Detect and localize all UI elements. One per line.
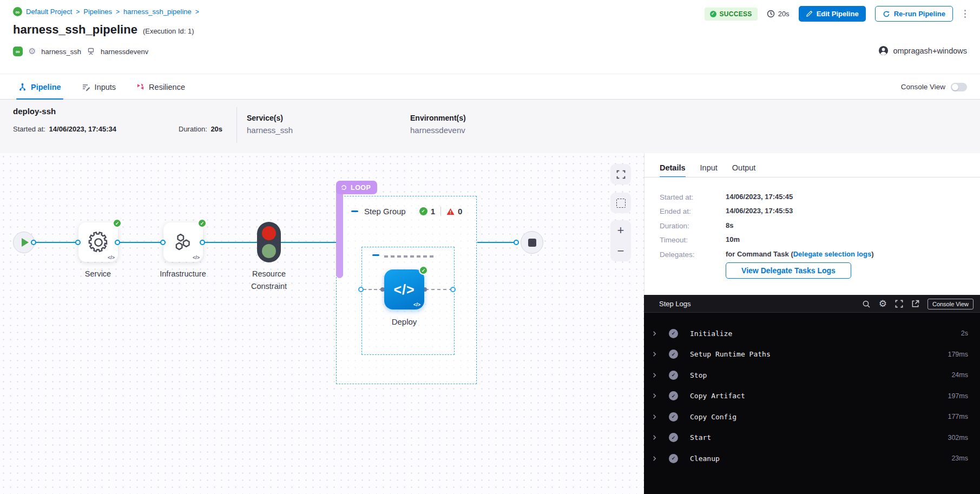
tab-details[interactable]: Details <box>660 159 686 177</box>
step-logs-rows: ✓ Initialize 2s ✓ Setup Runtime Paths 17… <box>644 323 980 469</box>
log-row-start[interactable]: ✓ Start 302ms <box>644 427 980 449</box>
header-actions: ✓ SUCCESS 20s Edit Pipeline Re-run Pipel… <box>705 6 968 22</box>
chevron-right-icon[interactable] <box>652 331 657 337</box>
failed-count: 0 <box>458 207 462 216</box>
delegate-selection-logs-link[interactable]: Delegate selection logs <box>793 250 872 258</box>
service-node[interactable]: </> ✓ <box>78 222 118 262</box>
services-value[interactable]: harness_ssh <box>247 126 293 135</box>
fit-to-screen-button[interactable] <box>610 164 631 185</box>
chevron-right-icon[interactable] <box>652 414 657 420</box>
open-in-new-tab-icon[interactable] <box>911 300 919 308</box>
success-check-icon: ✓ <box>198 219 207 228</box>
log-row-stop[interactable]: ✓ Stop 24ms <box>644 365 980 386</box>
service-tag: harness_ssh <box>41 48 81 56</box>
zoom-in-button[interactable]: + <box>610 220 631 241</box>
tab-pipeline[interactable]: Pipeline <box>18 74 61 100</box>
gear-icon: ⚙ <box>28 47 36 56</box>
tab-output[interactable]: Output <box>732 159 756 177</box>
dashed-edge-right <box>425 289 452 290</box>
deploy-step-node[interactable]: </> </> ✓ <box>384 269 424 309</box>
duration-value: 8s <box>726 221 733 229</box>
title-row: harness_ssh_pipeline (Execution Id: 1) <box>13 23 194 37</box>
breadcrumb-pipelines[interactable]: Pipelines <box>83 8 112 16</box>
loop-strategy-bar <box>336 187 343 278</box>
resource-constraint-node[interactable] <box>257 222 281 262</box>
duration-text: 20s <box>778 10 790 18</box>
tab-resilience[interactable]: Resilience <box>136 74 185 100</box>
chevron-right-icon[interactable] <box>652 456 657 462</box>
connector-dot <box>200 240 205 245</box>
edit-pipeline-button[interactable]: Edit Pipeline <box>799 6 866 22</box>
environments-value[interactable]: harnessdevenv <box>410 126 465 135</box>
clock-icon <box>767 10 775 18</box>
view-tabbar: Pipeline Inputs Resilience Console View <box>0 74 980 100</box>
code-badge: </> <box>413 302 420 307</box>
execution-graph-canvas[interactable]: </> ✓ Service </> ✓ Infrastructure Resou… <box>0 153 644 494</box>
breadcrumb: ∞ Default Project > Pipelines > harness_… <box>13 7 199 16</box>
avatar-icon <box>878 45 889 56</box>
connector-dot <box>115 240 120 245</box>
started-at-label: Started at: <box>660 193 693 201</box>
step-group-header: Step Group ✓ 1 0 <box>351 207 462 216</box>
details-tabs: Details Input Output <box>660 159 755 177</box>
execution-id-label: (Execution Id: 1) <box>143 27 194 35</box>
rerun-pipeline-label: Re-run Pipeline <box>894 10 945 18</box>
step-group-counts: ✓ 1 0 <box>419 207 463 216</box>
log-row-copy-artifact[interactable]: ✓ Copy Artifact 197ms <box>644 386 980 407</box>
connector-dot <box>31 240 36 245</box>
loop-strategy-badge[interactable]: LOOP <box>336 181 377 194</box>
view-delegate-tasks-logs-button[interactable]: View Delegate Tasks Logs <box>726 262 851 279</box>
tab-resilience-label: Resilience <box>149 83 185 91</box>
tab-inputs[interactable]: Inputs <box>82 74 116 100</box>
success-check-icon: ✓ <box>710 11 716 17</box>
breadcrumb-separator: > <box>116 8 120 16</box>
breadcrumb-pipeline-name[interactable]: harness_ssh_pipeline <box>123 8 192 16</box>
collapse-icon[interactable] <box>351 210 358 212</box>
console-view-toggle[interactable] <box>951 83 967 91</box>
breadcrumb-separator: > <box>195 8 199 16</box>
rerun-pipeline-button[interactable]: Re-run Pipeline <box>875 6 953 22</box>
log-row-setup-runtime-paths[interactable]: ✓ Setup Runtime Paths 179ms <box>644 344 980 365</box>
timeout-value: 10m <box>726 235 740 243</box>
more-options-icon[interactable] <box>962 8 968 20</box>
console-view-button[interactable]: Console View <box>928 299 974 309</box>
tab-pipeline-label: Pipeline <box>31 83 61 91</box>
refresh-icon <box>883 10 890 18</box>
harness-logo-icon: ∞ <box>13 7 22 16</box>
collapse-icon[interactable] <box>372 254 379 256</box>
pipeline-icon <box>18 83 27 91</box>
chevron-right-icon[interactable] <box>652 393 657 399</box>
tab-inputs-label: Inputs <box>95 83 116 91</box>
breadcrumb-default-project[interactable]: Default Project <box>26 8 72 16</box>
success-check-icon: ✓ <box>669 350 678 359</box>
username: ompragash+windows <box>893 47 967 55</box>
stage-summary-bar: deploy-ssh Started at: 14/06/2023, 17:45… <box>0 100 980 153</box>
log-row-initialize[interactable]: ✓ Initialize 2s <box>644 323 980 344</box>
chevron-right-icon[interactable] <box>652 372 657 378</box>
resource-constraint-label: Resource Constraint <box>236 268 301 293</box>
zoom-out-button[interactable]: − <box>610 241 631 261</box>
edge-infrastructure-resource <box>202 242 257 243</box>
chevron-right-icon[interactable] <box>652 351 657 357</box>
loop-badge-label: LOOP <box>351 184 371 192</box>
selection-mode-button[interactable] <box>610 193 631 213</box>
chevron-right-icon[interactable] <box>652 434 657 440</box>
connector-dot <box>450 287 456 292</box>
ended-at-value: 14/06/2023, 17:45:53 <box>726 207 793 215</box>
edit-pipeline-label: Edit Pipeline <box>817 10 859 18</box>
log-settings-gear-icon[interactable]: ⚙ <box>879 298 887 309</box>
inner-step-group-header <box>372 252 434 258</box>
environment-icon <box>87 47 95 56</box>
log-row-cleanup[interactable]: ✓ Cleanup 23ms <box>644 448 980 469</box>
tab-input[interactable]: Input <box>700 159 718 177</box>
timeout-label: Timeout: <box>660 236 688 244</box>
expand-logs-icon[interactable] <box>895 300 903 308</box>
infrastructure-node[interactable]: </> ✓ <box>163 222 203 262</box>
end-node[interactable] <box>521 231 543 254</box>
dashed-edge-left <box>363 289 383 290</box>
log-row-copy-config[interactable]: ✓ Copy Config 177ms <box>644 406 980 427</box>
resilience-icon <box>136 83 144 91</box>
stage-started-at: Started at: 14/06/2023, 17:45:34 <box>13 125 116 133</box>
search-icon[interactable] <box>862 300 871 308</box>
connector-dot <box>358 287 364 292</box>
